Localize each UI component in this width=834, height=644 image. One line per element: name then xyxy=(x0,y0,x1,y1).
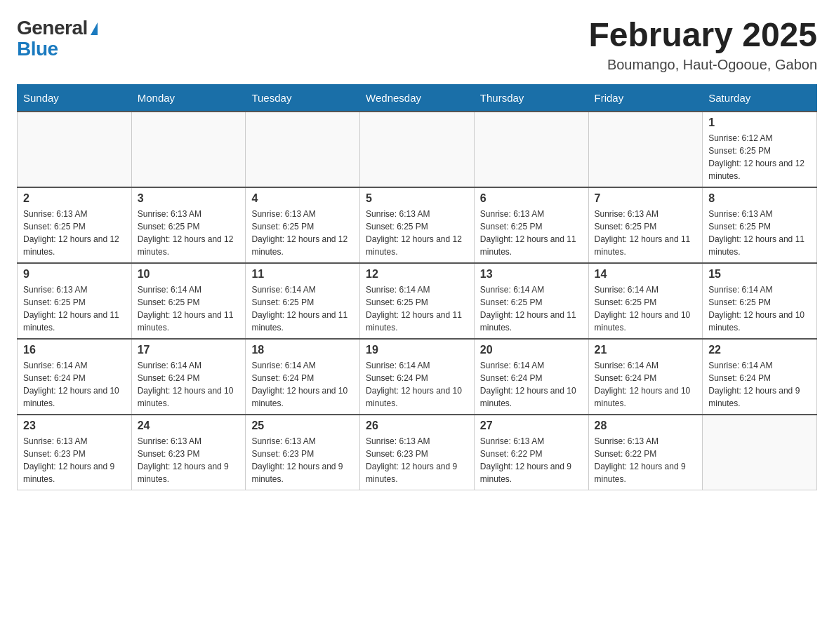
day-info: Sunrise: 6:13 AM Sunset: 6:25 PM Dayligh… xyxy=(595,208,697,258)
calendar-cell: 25Sunrise: 6:13 AM Sunset: 6:23 PM Dayli… xyxy=(246,415,360,490)
day-info: Sunrise: 6:14 AM Sunset: 6:25 PM Dayligh… xyxy=(366,283,468,334)
day-info: Sunrise: 6:14 AM Sunset: 6:25 PM Dayligh… xyxy=(708,283,811,334)
calendar-cell: 8Sunrise: 6:13 AM Sunset: 6:25 PM Daylig… xyxy=(703,187,817,263)
calendar-cell: 10Sunrise: 6:14 AM Sunset: 6:25 PM Dayli… xyxy=(131,263,246,339)
day-info: Sunrise: 6:12 AM Sunset: 6:25 PM Dayligh… xyxy=(708,132,811,182)
day-info: Sunrise: 6:14 AM Sunset: 6:25 PM Dayligh… xyxy=(138,283,240,334)
calendar-cell xyxy=(588,112,703,187)
day-info: Sunrise: 6:14 AM Sunset: 6:25 PM Dayligh… xyxy=(480,283,583,334)
day-number: 17 xyxy=(138,344,240,356)
calendar-table: SundayMondayTuesdayWednesdayThursdayFrid… xyxy=(17,84,817,490)
header-day-friday: Friday xyxy=(588,84,703,112)
calendar-cell: 3Sunrise: 6:13 AM Sunset: 6:25 PM Daylig… xyxy=(131,187,246,263)
calendar-cell xyxy=(703,415,817,490)
day-info: Sunrise: 6:13 AM Sunset: 6:23 PM Dayligh… xyxy=(251,435,354,485)
day-info: Sunrise: 6:13 AM Sunset: 6:25 PM Dayligh… xyxy=(251,208,354,258)
calendar-cell xyxy=(18,112,132,187)
header-day-sunday: Sunday xyxy=(18,84,132,112)
day-number: 2 xyxy=(23,192,126,205)
day-number: 19 xyxy=(366,344,468,356)
week-row-1: 1Sunrise: 6:12 AM Sunset: 6:25 PM Daylig… xyxy=(18,112,817,187)
header-day-thursday: Thursday xyxy=(474,84,588,112)
calendar-cell: 28Sunrise: 6:13 AM Sunset: 6:22 PM Dayli… xyxy=(588,415,703,490)
day-number: 28 xyxy=(595,420,697,432)
day-number: 6 xyxy=(480,192,583,205)
calendar-cell: 13Sunrise: 6:14 AM Sunset: 6:25 PM Dayli… xyxy=(474,263,588,339)
calendar-cell: 12Sunrise: 6:14 AM Sunset: 6:25 PM Dayli… xyxy=(360,263,475,339)
day-info: Sunrise: 6:14 AM Sunset: 6:25 PM Dayligh… xyxy=(251,283,354,334)
day-info: Sunrise: 6:13 AM Sunset: 6:25 PM Dayligh… xyxy=(23,283,126,334)
day-number: 5 xyxy=(366,192,468,205)
day-number: 15 xyxy=(708,268,811,281)
month-title: February 2025 xyxy=(588,17,817,54)
header: General Blue February 2025 Boumango, Hau… xyxy=(17,17,817,73)
calendar-cell: 9Sunrise: 6:13 AM Sunset: 6:25 PM Daylig… xyxy=(18,263,132,339)
header-row: SundayMondayTuesdayWednesdayThursdayFrid… xyxy=(18,84,817,112)
calendar-cell: 24Sunrise: 6:13 AM Sunset: 6:23 PM Dayli… xyxy=(131,415,246,490)
day-number: 21 xyxy=(595,344,697,356)
calendar-cell: 6Sunrise: 6:13 AM Sunset: 6:25 PM Daylig… xyxy=(474,187,588,263)
calendar-cell: 15Sunrise: 6:14 AM Sunset: 6:25 PM Dayli… xyxy=(703,263,817,339)
day-info: Sunrise: 6:13 AM Sunset: 6:25 PM Dayligh… xyxy=(366,208,468,258)
day-number: 13 xyxy=(480,268,583,281)
calendar-cell: 23Sunrise: 6:13 AM Sunset: 6:23 PM Dayli… xyxy=(18,415,132,490)
day-number: 22 xyxy=(708,344,811,356)
header-day-monday: Monday xyxy=(131,84,246,112)
day-number: 12 xyxy=(366,268,468,281)
title-area: February 2025 Boumango, Haut-Ogooue, Gab… xyxy=(588,17,817,73)
logo-general-text: General xyxy=(17,17,88,39)
header-day-tuesday: Tuesday xyxy=(246,84,360,112)
day-info: Sunrise: 6:14 AM Sunset: 6:24 PM Dayligh… xyxy=(480,359,583,410)
day-info: Sunrise: 6:13 AM Sunset: 6:23 PM Dayligh… xyxy=(366,435,468,485)
calendar-cell: 22Sunrise: 6:14 AM Sunset: 6:24 PM Dayli… xyxy=(703,339,817,415)
day-info: Sunrise: 6:13 AM Sunset: 6:23 PM Dayligh… xyxy=(138,435,240,485)
day-number: 27 xyxy=(480,420,583,432)
calendar-cell xyxy=(360,112,475,187)
week-row-4: 16Sunrise: 6:14 AM Sunset: 6:24 PM Dayli… xyxy=(18,339,817,415)
day-number: 25 xyxy=(251,420,354,432)
day-info: Sunrise: 6:13 AM Sunset: 6:25 PM Dayligh… xyxy=(138,208,240,258)
day-info: Sunrise: 6:13 AM Sunset: 6:22 PM Dayligh… xyxy=(480,435,583,485)
day-number: 4 xyxy=(251,192,354,205)
calendar-cell: 11Sunrise: 6:14 AM Sunset: 6:25 PM Dayli… xyxy=(246,263,360,339)
calendar-cell: 27Sunrise: 6:13 AM Sunset: 6:22 PM Dayli… xyxy=(474,415,588,490)
day-info: Sunrise: 6:14 AM Sunset: 6:25 PM Dayligh… xyxy=(595,283,697,334)
day-number: 7 xyxy=(595,192,697,205)
header-day-saturday: Saturday xyxy=(703,84,817,112)
calendar-body: 1Sunrise: 6:12 AM Sunset: 6:25 PM Daylig… xyxy=(18,112,817,490)
calendar-cell xyxy=(246,112,360,187)
day-number: 1 xyxy=(708,116,811,129)
calendar-cell: 21Sunrise: 6:14 AM Sunset: 6:24 PM Dayli… xyxy=(588,339,703,415)
day-info: Sunrise: 6:14 AM Sunset: 6:24 PM Dayligh… xyxy=(708,359,811,410)
day-info: Sunrise: 6:13 AM Sunset: 6:23 PM Dayligh… xyxy=(23,435,126,485)
logo: General Blue xyxy=(17,17,98,59)
day-number: 24 xyxy=(138,420,240,432)
calendar-cell: 5Sunrise: 6:13 AM Sunset: 6:25 PM Daylig… xyxy=(360,187,475,263)
calendar-cell: 1Sunrise: 6:12 AM Sunset: 6:25 PM Daylig… xyxy=(703,112,817,187)
logo-blue-text: Blue xyxy=(17,38,58,60)
day-number: 14 xyxy=(595,268,697,281)
calendar-cell: 4Sunrise: 6:13 AM Sunset: 6:25 PM Daylig… xyxy=(246,187,360,263)
week-row-2: 2Sunrise: 6:13 AM Sunset: 6:25 PM Daylig… xyxy=(18,187,817,263)
header-day-wednesday: Wednesday xyxy=(360,84,475,112)
day-number: 8 xyxy=(708,192,811,205)
calendar-cell: 14Sunrise: 6:14 AM Sunset: 6:25 PM Dayli… xyxy=(588,263,703,339)
day-info: Sunrise: 6:13 AM Sunset: 6:22 PM Dayligh… xyxy=(595,435,697,485)
day-number: 18 xyxy=(251,344,354,356)
day-number: 23 xyxy=(23,420,126,432)
day-number: 11 xyxy=(251,268,354,281)
day-info: Sunrise: 6:14 AM Sunset: 6:24 PM Dayligh… xyxy=(251,359,354,410)
calendar-cell: 20Sunrise: 6:14 AM Sunset: 6:24 PM Dayli… xyxy=(474,339,588,415)
calendar-cell xyxy=(474,112,588,187)
day-info: Sunrise: 6:14 AM Sunset: 6:24 PM Dayligh… xyxy=(595,359,697,410)
calendar-cell: 7Sunrise: 6:13 AM Sunset: 6:25 PM Daylig… xyxy=(588,187,703,263)
location-title: Boumango, Haut-Ogooue, Gabon xyxy=(588,57,817,73)
calendar-cell: 19Sunrise: 6:14 AM Sunset: 6:24 PM Dayli… xyxy=(360,339,475,415)
day-info: Sunrise: 6:14 AM Sunset: 6:24 PM Dayligh… xyxy=(23,359,126,410)
day-number: 16 xyxy=(23,344,126,356)
day-number: 9 xyxy=(23,268,126,281)
day-number: 26 xyxy=(366,420,468,432)
calendar-cell: 2Sunrise: 6:13 AM Sunset: 6:25 PM Daylig… xyxy=(18,187,132,263)
calendar-cell: 18Sunrise: 6:14 AM Sunset: 6:24 PM Dayli… xyxy=(246,339,360,415)
day-number: 3 xyxy=(138,192,240,205)
